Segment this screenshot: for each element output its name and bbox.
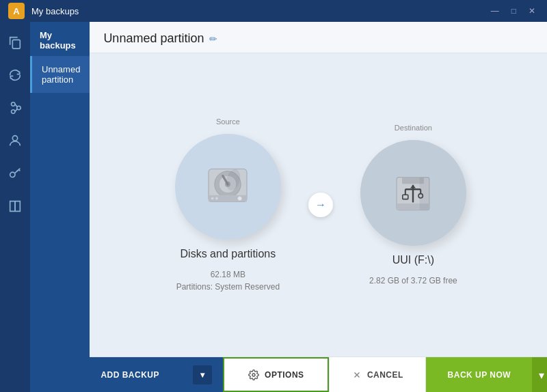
content-header: Unnamed partition ✏ (90, 22, 547, 53)
svg-point-1 (12, 102, 16, 107)
options-label: OPTIONS (265, 370, 304, 380)
svg-point-2 (12, 110, 16, 114)
svg-rect-29 (420, 178, 429, 210)
backup-now-button[interactable]: BACK UP NOW (426, 357, 532, 392)
cancel-label: CANCEL (367, 370, 403, 380)
source-detail: 62.18 MB Partitions: System Reserved (176, 268, 280, 293)
svg-line-4 (15, 104, 17, 107)
edit-title-icon[interactable]: ✏ (209, 33, 217, 44)
sidebar-icon-sync[interactable] (0, 60, 30, 90)
bottom-bar: ADD BACKUP ▾ OPTIONS CANCE (90, 356, 547, 392)
titlebar-section: My backups (31, 6, 79, 16)
source-label: Source (216, 117, 240, 126)
sidebar-item-unnamed-partition[interactable]: Unnamed partition (30, 56, 90, 93)
backup-now-label: BACK UP NOW (448, 370, 511, 380)
svg-point-15 (238, 196, 242, 200)
sidebar-icon-user[interactable] (0, 126, 30, 156)
options-gear-icon (248, 369, 259, 380)
destination-circle[interactable] (360, 140, 466, 246)
sidebar-icon-rail (0, 22, 30, 392)
destination-detail: 2.82 GB of 3.72 GB free (369, 275, 457, 287)
svg-point-16 (211, 197, 214, 200)
maximize-button[interactable]: □ (508, 5, 520, 17)
svg-line-5 (15, 109, 17, 111)
main-layout: My backups Unnamed partition Unnamed par… (0, 22, 547, 392)
titlebar: A My backups — □ ✕ (0, 0, 547, 22)
svg-rect-0 (12, 40, 20, 48)
sidebar-panel-title: My backups (30, 22, 90, 56)
cancel-x-icon (352, 370, 362, 380)
app-logo: A (8, 3, 25, 19)
destination-name: UUI (F:\) (392, 254, 434, 266)
svg-point-7 (10, 172, 15, 177)
arrow-icon: → (308, 193, 333, 217)
content-area: Unnamed partition ✏ Source (90, 22, 547, 392)
page-title: Unnamed partition (103, 31, 204, 46)
source-name: Disks and partitions (181, 248, 276, 260)
content-main: Source (90, 53, 547, 356)
close-button[interactable]: ✕ (525, 5, 539, 17)
sidebar-panel: My backups Unnamed partition (30, 22, 90, 392)
backup-now-chevron[interactable]: ▾ (532, 357, 547, 392)
sidebar-icon-tools[interactable] (0, 93, 30, 123)
app-window: A My backups — □ ✕ (0, 0, 547, 392)
source-item: Source (175, 117, 281, 293)
source-circle[interactable] (175, 134, 281, 240)
add-backup-button[interactable]: ADD BACKUP ▾ (90, 357, 223, 392)
sidebar-icon-copy[interactable] (0, 27, 30, 57)
destination-item: Destination (360, 124, 466, 287)
backup-visual: Source (175, 117, 466, 293)
options-button[interactable]: OPTIONS (223, 357, 329, 392)
add-backup-chevron: ▾ (193, 365, 212, 384)
add-backup-label: ADD BACKUP (101, 370, 159, 380)
sidebar-icon-book[interactable] (0, 191, 30, 221)
window-controls: — □ ✕ (488, 5, 539, 17)
svg-point-6 (12, 136, 17, 141)
svg-point-30 (252, 374, 255, 376)
sidebar-icon-key[interactable] (0, 158, 30, 188)
svg-point-17 (215, 197, 218, 200)
minimize-button[interactable]: — (488, 5, 503, 17)
destination-label: Destination (395, 124, 432, 132)
cancel-button[interactable]: CANCEL (329, 357, 426, 392)
